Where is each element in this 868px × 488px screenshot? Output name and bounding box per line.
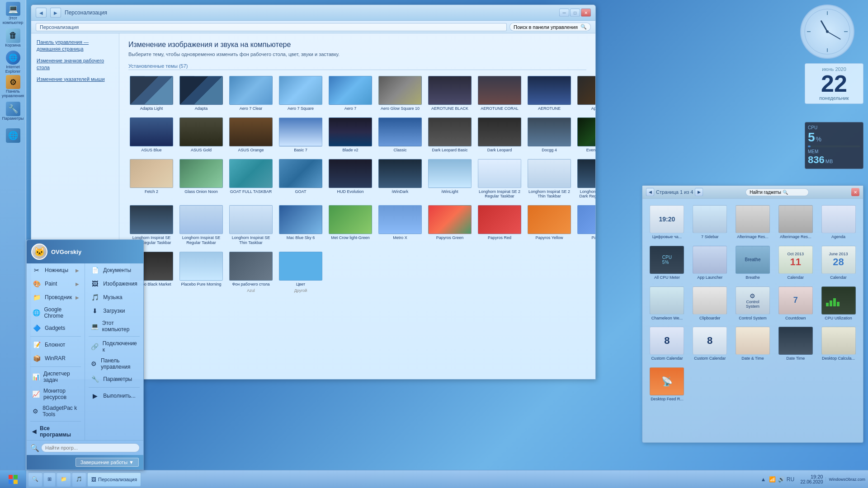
taskbar-icon-controlpanel[interactable]: ⚙ Панель управления [2, 75, 24, 99]
gadget-item-7[interactable]: BreatheBreathe [733, 244, 773, 282]
gadget-item-4[interactable]: Agenda [818, 203, 859, 241]
theme-item-0[interactable]: Adapta Light [128, 75, 175, 113]
theme-item-2[interactable]: Aero 7 Clear [228, 75, 274, 113]
theme-item-32[interactable]: Longhorn Inspirat SE Thin Taskbar [228, 204, 274, 247]
search-programs-input[interactable] [41, 443, 140, 452]
theme-item-4[interactable]: Aero 7 [327, 75, 373, 113]
close-btn[interactable]: ✕ [581, 9, 591, 17]
theme-item-37[interactable]: Papyros Red [476, 204, 523, 247]
gadget-item-10[interactable]: Chameleon We... [647, 285, 687, 323]
theme-item-1[interactable]: Adapta [178, 75, 224, 113]
taskbar-icon-params[interactable]: 🔧 Параметры [2, 99, 24, 123]
gadget-item-11[interactable]: Clipboarder [690, 285, 730, 323]
theme-item-5[interactable]: Aero Glow Square 10 [377, 75, 423, 113]
shutdown-btn[interactable]: Завершение работы ▼ [75, 458, 139, 467]
theme-item-20[interactable]: Fetch 2 [128, 158, 175, 201]
gadget-item-13[interactable]: 7Countdown [775, 285, 816, 323]
theme-item-27[interactable]: Longhorn Inspirat SE 2 Regular Taskbar [476, 158, 523, 201]
theme-item-9[interactable]: Aperture [576, 75, 595, 113]
theme-item-29[interactable]: Longhorn Inspirat SE Dark Regular Taskba… [576, 158, 595, 201]
theme-item-31[interactable]: Longhorn Inspirat SE Regular Taskbar [178, 204, 224, 247]
nav-back-btn[interactable]: ◀ [36, 8, 47, 18]
maximize-btn[interactable]: □ [570, 9, 580, 17]
menu-run[interactable]: ▶ Выполнить... [85, 389, 143, 403]
program-paint[interactable]: 🎨 Paint ▶ [27, 277, 85, 291]
gadget-item-20[interactable]: 📡Desktop Feed R... [647, 366, 687, 404]
gadget-item-17[interactable]: Date & Time [733, 325, 773, 363]
taskbar-personalization-task[interactable]: 🖼 Персонализация [87, 472, 141, 487]
address-path[interactable]: Персонализация [36, 23, 507, 31]
theme-item-10[interactable]: ASUS Blue [128, 116, 175, 154]
theme-item-21[interactable]: Glass Onion Noon [178, 158, 224, 201]
theme-item-38[interactable]: Papyros Yellow [526, 204, 572, 247]
gadget-item-6[interactable]: App Launcher [690, 244, 730, 282]
menu-controlpanel[interactable]: ⚙ Панель управления [85, 355, 143, 372]
start-button[interactable] [0, 470, 26, 488]
theme-item-6[interactable]: AEROTUNE BLACK [427, 75, 473, 113]
program-winrar[interactable]: 📦 WinRAR [27, 352, 85, 365]
gadget-item-3[interactable]: Afterimage Res... [775, 203, 816, 241]
theme-item-23[interactable]: GOAT [278, 158, 324, 201]
gadget-item-18[interactable]: Date Time [775, 325, 816, 363]
gadget-item-8[interactable]: Oct 201311Calendar [775, 244, 816, 282]
theme-item-12[interactable]: ASUS Orange [228, 116, 274, 154]
program-taskmgr[interactable]: 📊 Диспетчер задач [27, 368, 85, 385]
theme-item-28[interactable]: Longhorn Inspirat SE 2 Thin Taskbar [526, 158, 572, 201]
gadget-next-btn[interactable]: ▶ [695, 188, 703, 196]
taskbar-icon-ie[interactable]: 🌐 Internet Explorer [2, 51, 24, 74]
theme-item-24[interactable]: HUD Evolution [327, 158, 373, 201]
program-gadgets[interactable]: 🔷 Gadgets [27, 321, 85, 335]
gadget-item-2[interactable]: Afterimage Res... [733, 203, 773, 241]
gadget-close-btn[interactable]: ✕ [851, 188, 859, 196]
gadget-item-15[interactable]: 8Custom Calendar [647, 325, 687, 363]
program-scissors[interactable]: ✂ Ножницы ▶ [27, 263, 85, 277]
all-programs[interactable]: ◀ Все программы [27, 423, 85, 440]
theme-item-18[interactable]: Docgg 4 [526, 116, 572, 154]
gadget-search-box[interactable]: Найти гаджеты 🔍 [745, 188, 809, 196]
theme-item-33[interactable]: Mac Blue Sky 6 [278, 204, 324, 247]
menu-music[interactable]: 🎵 Музыка [85, 291, 143, 304]
gadget-prev-btn[interactable]: ◀ [646, 188, 654, 196]
theme-item-3[interactable]: Aero 7 Square [278, 75, 324, 113]
theme-item-34[interactable]: Met Crow light-Green [327, 204, 373, 247]
taskbar-explorer[interactable]: 📁 [57, 472, 71, 487]
taskbar-icon-network[interactable]: 🌐 [2, 124, 24, 147]
menu-params[interactable]: 🔧 Параметры [85, 372, 143, 386]
program-resmon[interactable]: 📈 Монитор ресурсов [27, 385, 85, 403]
program-chrome[interactable]: 🌐 Google Chrome [27, 304, 85, 321]
gadget-item-1[interactable]: 7 Sidebar [690, 203, 730, 241]
gadget-item-16[interactable]: 8Custom Calendar [690, 325, 730, 363]
theme-item-41[interactable]: Placebo Pure Morning [178, 250, 224, 295]
gadget-item-5[interactable]: CPU5%All CPU Meter [647, 244, 687, 282]
theme-item-14[interactable]: Blade v2 [327, 116, 373, 154]
theme-item-22[interactable]: GOAT FULL TASKBAR [228, 158, 274, 201]
gadget-item-0[interactable]: 19:20Цифровые ча... [647, 203, 687, 241]
gadget-item-19[interactable]: Desktop Calcula... [818, 325, 859, 363]
theme-item-17[interactable]: Dark Leopard [476, 116, 523, 154]
theme-item-26[interactable]: iWinLight [427, 158, 473, 201]
taskbar-icon-computer[interactable]: 💻 Этот компьютер [2, 2, 24, 25]
sidebar-link-home[interactable]: Панель управления — домашняя страница [37, 39, 113, 53]
nav-forward-btn[interactable]: ▶ [50, 8, 61, 18]
theme-item-15[interactable]: Classic [377, 116, 423, 154]
theme-item-16[interactable]: Dark Leopard Basic [427, 116, 473, 154]
theme-item-35[interactable]: Metro X [377, 204, 423, 247]
theme-item-8[interactable]: AEROTUNE [526, 75, 572, 113]
search-box[interactable]: Поиск в панели управления 🔍 [509, 23, 591, 31]
menu-thispc[interactable]: 💻 Этот компьютер [85, 318, 143, 335]
gadget-item-9[interactable]: June 201328Calendar [818, 244, 859, 282]
taskbar-view-btn[interactable]: ⊞ [43, 472, 56, 487]
theme-item-19[interactable]: Event Horizon [576, 116, 595, 154]
theme-item-43[interactable]: ЦветДругой [278, 250, 324, 295]
program-8gadget[interactable]: ⚙ 8GadgetPac k Tools [27, 403, 85, 420]
theme-item-7[interactable]: AEROTUNE CORAL [476, 75, 523, 113]
systray-lang[interactable]: RU [787, 476, 794, 483]
taskbar-icon-basket[interactable]: 🗑 Корзина [2, 26, 24, 50]
menu-documents[interactable]: 📄 Документы [85, 263, 143, 277]
theme-item-11[interactable]: ASUS Gold [178, 116, 224, 154]
menu-downloads[interactable]: ⬇ Загрузки [85, 304, 143, 318]
taskbar-search[interactable]: 🔍 [28, 472, 42, 487]
systray-network[interactable]: 📶 [769, 476, 776, 483]
sidebar-link-icons[interactable]: Изменение значков рабочего стола [37, 57, 113, 71]
menu-images[interactable]: 🖼 Изображения [85, 277, 143, 291]
